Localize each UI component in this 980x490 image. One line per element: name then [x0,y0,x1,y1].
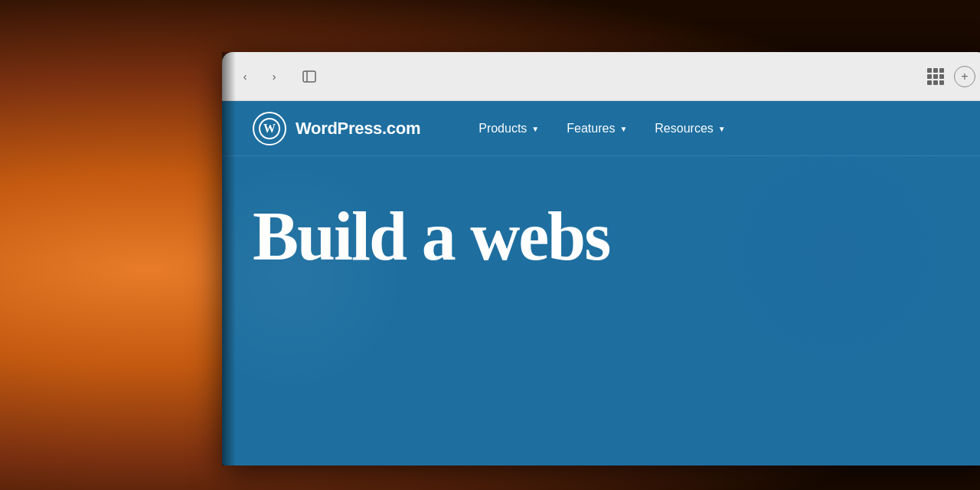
hero-title: Build a webs [253,202,957,271]
wordpress-logo[interactable]: W WordPress.com [253,112,420,145]
sidebar-icon [302,69,317,84]
wordpress-logo-icon: W [253,112,286,145]
svg-text:W: W [263,122,276,135]
forward-button[interactable]: › [263,66,285,87]
website-content: W WordPress.com Products ▼ Features ▼ Re… [222,101,980,466]
products-chevron-icon: ▼ [531,125,539,133]
wordpress-navbar: W WordPress.com Products ▼ Features ▼ Re… [222,101,980,156]
back-button[interactable]: ‹ [234,66,256,87]
extensions-button[interactable] [923,64,948,89]
nav-item-features[interactable]: Features ▼ [554,116,639,142]
resources-chevron-icon: ▼ [718,125,726,133]
nav-resources-label: Resources [655,122,713,136]
browser-right-icons: + [923,64,975,89]
features-chevron-icon: ▼ [619,125,627,133]
nav-item-resources[interactable]: Resources ▼ [642,116,737,142]
device-frame: ‹ › + [222,52,980,466]
sidebar-toggle-button[interactable] [297,64,322,89]
nav-features-label: Features [567,122,615,136]
browser-chrome: ‹ › + [222,52,980,101]
nav-item-products[interactable]: Products ▼ [466,116,551,142]
svg-rect-0 [303,71,315,82]
nav-items-container: Products ▼ Features ▼ Resources ▼ [466,116,737,142]
hero-section: Build a webs [222,156,980,271]
new-tab-button[interactable]: + [954,66,975,87]
nav-products-label: Products [479,122,527,136]
grid-icon [927,68,944,85]
wp-w-icon: W [259,118,280,139]
wordpress-logo-text: WordPress.com [296,119,420,139]
